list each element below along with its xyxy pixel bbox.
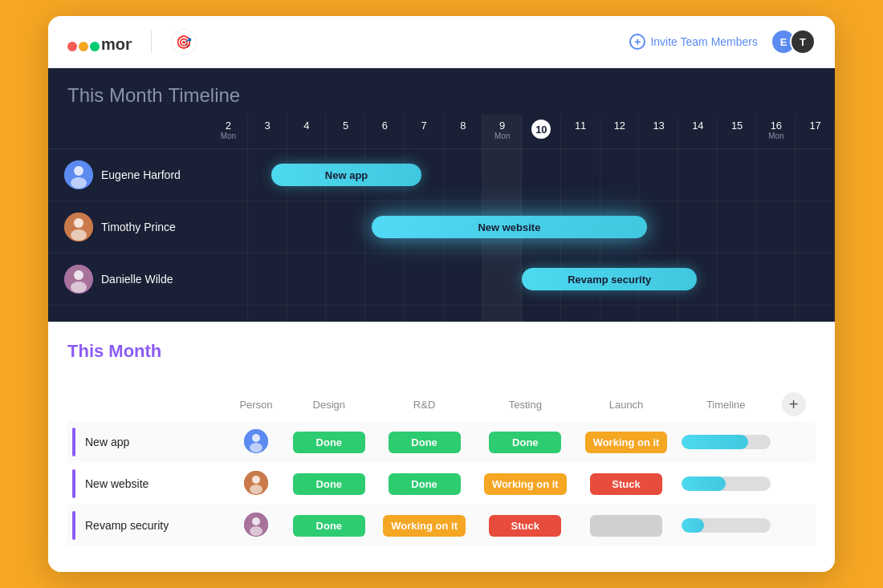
svg-point-15 [250,443,262,452]
timeline-mini-2 [682,476,771,491]
person-info-timothy: Timothy Prince [48,213,209,241]
day-3: 3 [248,115,287,142]
person-name-timothy: Timothy Prince [101,221,176,233]
svg-point-18 [250,485,262,494]
timeline-rows: Eugene Harford New app Timothy Prin [48,149,835,306]
timeline-row-danielle: Danielle Wilde Revamp security [48,253,835,306]
avatar-danielle [64,265,93,294]
col-timeline: Timeline [677,387,775,421]
timeline-fill-1 [682,435,748,449]
day-15: 15 [718,115,757,142]
person-name-danielle: Danielle Wilde [101,273,173,286]
rd-cell-3: Working on it [374,505,475,546]
app-icon: 🎯 [171,29,197,55]
badge-testing-3: Stuck [489,515,561,537]
day-11: 11 [561,115,600,142]
design-cell-1: Done [284,421,374,463]
col-launch: Launch [576,387,677,421]
invite-plus-icon: + [629,34,645,50]
person-name-eugene: Eugene Harford [101,168,181,181]
svg-point-2 [90,42,100,51]
col-testing: Testing [474,387,576,421]
row-label-revamp-security: Revamp security [85,519,169,532]
person-avatar-new-app [244,429,268,453]
table-header-row: Person Design R&D Testing Launch Timelin… [67,387,816,421]
person-cell-1 [228,421,284,463]
svg-point-12 [71,282,87,293]
row-name-new-website: New website [67,463,228,505]
badge-rd-3: Working on it [383,515,466,537]
timeline-month: This Month [67,84,163,106]
person-avatar-revamp [244,513,268,537]
col-name [67,387,228,421]
testing-cell-1: Done [474,421,576,463]
table-row-new-app: New app Done Done Done Working on it [67,421,816,463]
svg-point-9 [71,229,87,241]
testing-cell-3: Stuck [474,505,576,546]
badge-launch-3 [590,515,662,537]
day-12: 12 [600,115,640,142]
bars-area-eugene: New app [209,159,835,191]
bars-area-danielle: Revamp security [209,263,835,295]
col-design: Design [284,387,374,421]
row-border-1 [72,428,75,456]
table-row-revamp-security: Revamp security Done Working on it Stuck [67,505,816,546]
data-table: Person Design R&D Testing Launch Timelin… [67,387,816,546]
svg-point-1 [79,42,88,51]
row-label-new-website: New website [85,477,149,490]
design-cell-2: Done [284,463,374,505]
col-add: + [775,387,816,421]
header: monday 🎯 + Invite Team Members E T [48,16,835,68]
timeline-row-timothy: Timothy Prince New website [48,201,835,253]
svg-point-17 [252,476,260,484]
launch-cell-2: Stuck [576,463,677,505]
svg-point-11 [74,270,83,280]
day-2: 2 Mon [209,115,248,142]
timeline-mini-1 [682,435,771,449]
svg-point-8 [74,218,83,228]
invite-button[interactable]: + Invite Team Members [629,34,758,50]
badge-rd-2: Done [389,473,461,495]
table-title: This Month [67,341,816,375]
rd-cell-2: Done [374,463,475,505]
svg-point-6 [71,177,87,189]
bar-new-website: New website [372,216,647,238]
svg-text:monday: monday [101,35,132,53]
logo-svg: monday [67,30,132,53]
svg-point-20 [252,517,260,525]
table-month-label: This Month [67,341,161,362]
add-column-button[interactable]: + [782,392,806,416]
invite-label: Invite Team Members [650,35,758,48]
svg-point-5 [74,166,83,176]
day-17: 17 [796,115,835,142]
day-9: 9 Mon [482,115,522,142]
badge-design-1: Done [293,432,365,453]
header-right: + Invite Team Members E T [629,29,816,55]
col-rd: R&D [374,387,475,421]
person-cell-2 [228,463,284,505]
monday-logo: monday [67,30,132,53]
day-14: 14 [678,115,718,142]
rd-cell-1: Done [374,421,475,463]
timeline-row-eugene: Eugene Harford New app [48,149,835,201]
table-row-new-website: New website Done Done Working on it Stuc… [67,463,816,505]
badge-testing-1: Done [489,432,561,453]
day-6: 6 [365,115,405,142]
badge-design-3: Done [293,515,365,537]
col-person: Person [228,387,284,421]
timeline-cell-1 [677,421,775,463]
svg-point-14 [252,434,260,442]
person-cell-3 [228,505,284,546]
person-info-danielle: Danielle Wilde [48,265,209,294]
header-divider [151,30,152,53]
day-8: 8 [444,115,483,142]
badge-launch-1: Working on it [585,432,668,453]
person-avatar-new-website [244,471,268,495]
day-4: 4 [287,115,327,142]
badge-design-2: Done [293,473,365,495]
avatar-timothy [64,213,93,241]
bar-revamp-security: Revamp security [522,268,697,290]
day-5: 5 [326,115,365,142]
row-name-new-app: New app [67,421,228,463]
row-border-2 [72,469,75,498]
